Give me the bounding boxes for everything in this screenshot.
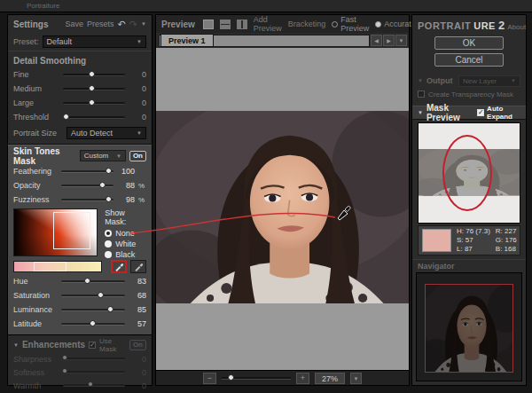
warmth-slider-row: Warmth 0 [8, 379, 152, 392]
split-vertical-view-icon[interactable] [237, 20, 247, 29]
mask-preview-header: ▼ Mask Preview Auto Expand [412, 106, 526, 120]
latitude-slider[interactable] [61, 323, 125, 326]
medium-slider[interactable] [63, 88, 125, 90]
fuzziness-slider-handle[interactable] [106, 196, 112, 202]
radio-icon[interactable] [105, 240, 112, 248]
preview-image[interactable] [156, 111, 409, 303]
zoom-slider[interactable] [222, 377, 291, 380]
threshold-slider-handle[interactable] [63, 114, 69, 120]
transparency-row[interactable]: Create Transparency Mask [412, 88, 526, 100]
about-link[interactable]: About [507, 23, 526, 31]
ok-button[interactable]: OK [434, 36, 504, 50]
auto-expand-checkbox[interactable] [477, 109, 484, 116]
preset-select[interactable]: Default ▼ [43, 35, 146, 48]
large-slider[interactable] [63, 102, 125, 105]
warmth-slider[interactable] [63, 384, 125, 387]
fine-slider-handle[interactable] [89, 71, 95, 77]
gradient-selection-rect[interactable] [53, 212, 90, 249]
undo-icon[interactable]: ↶ [118, 19, 126, 30]
enhancements-on-button[interactable]: On [129, 340, 146, 350]
collapse-icon[interactable]: ▼ [418, 110, 423, 115]
zoom-slider-handle[interactable] [228, 374, 234, 381]
radio-icon[interactable] [332, 21, 338, 28]
sharpness-slider[interactable] [63, 358, 125, 360]
hue-slider[interactable] [61, 280, 125, 283]
presets-button[interactable]: Presets [87, 20, 114, 28]
bracketing-button[interactable]: Bracketing [288, 20, 326, 28]
accurate-option[interactable]: Accurate [375, 20, 416, 28]
single-view-icon[interactable] [203, 20, 214, 29]
use-mask-checkbox[interactable] [89, 342, 96, 349]
saturation-label: Saturation [13, 291, 58, 300]
brand-logo: PORTRAIT [418, 20, 471, 31]
show-mask-option-black[interactable]: Black [105, 250, 146, 259]
fuzziness-slider[interactable] [61, 199, 113, 201]
auto-expand-option[interactable]: Auto Expand [477, 105, 520, 121]
collapse-icon[interactable]: ▼ [418, 78, 423, 83]
feathering-slider-handle[interactable] [106, 168, 112, 174]
add-preview-button[interactable]: Add Preview [254, 15, 282, 33]
saturation-slider-handle[interactable] [98, 292, 104, 298]
sharpness-slider-handle[interactable] [62, 355, 67, 360]
radio-icon[interactable] [375, 21, 381, 28]
feathering-label: Feathering [13, 167, 58, 176]
preview-canvas[interactable] [156, 48, 409, 370]
panel-menu-icon[interactable]: ▼ [141, 21, 146, 27]
collapse-icon[interactable]: ▼ [13, 342, 19, 348]
skin-mask-on-button[interactable]: On [129, 151, 146, 161]
navigator-thumbnail[interactable] [425, 284, 513, 373]
tab-preview-1[interactable]: Preview 1 [160, 34, 214, 47]
hue-slider-handle[interactable] [84, 278, 90, 284]
opacity-slider-row: Opacity 88 % [8, 178, 152, 193]
color-info-strip: H: 76 (7.3) S: 57 L: 87 R: 227 G: 176 B:… [418, 225, 520, 255]
large-slider-handle[interactable] [89, 99, 95, 106]
tab-prev-button[interactable]: ◀ [371, 35, 382, 46]
redo-icon[interactable]: ↷ [129, 19, 137, 30]
softness-slider[interactable] [63, 371, 125, 373]
output-select[interactable]: New Layer ▼ [458, 75, 520, 87]
skin-tone-gradient-bar[interactable] [13, 261, 102, 272]
medium-slider-handle[interactable] [89, 85, 95, 91]
brand-row: PORTRAITURE 2 About Help [412, 15, 526, 35]
luminance-slider[interactable] [61, 309, 125, 311]
softness-value: 0 [129, 368, 146, 377]
fine-slider[interactable] [63, 74, 125, 76]
show-mask-option-none[interactable]: None [105, 229, 146, 238]
opacity-slider[interactable] [61, 185, 113, 187]
saturation-slider[interactable] [61, 295, 125, 297]
large-label: Large [13, 98, 59, 107]
navigator-box[interactable] [416, 272, 522, 381]
eyedropper-add-button[interactable] [111, 260, 127, 273]
latitude-slider-handle[interactable] [90, 320, 96, 326]
cancel-button[interactable]: Cancel [434, 53, 504, 67]
transparency-checkbox[interactable] [418, 90, 425, 98]
zoom-menu-button[interactable]: ▼ [350, 373, 362, 384]
eyedropper-subtract-button[interactable] [130, 260, 146, 273]
split-horizontal-view-icon[interactable] [220, 20, 231, 29]
radio-icon[interactable] [105, 251, 112, 258]
skin-color-gradient[interactable] [13, 208, 98, 256]
mask-preview-box[interactable] [418, 122, 520, 224]
zoom-in-button[interactable]: + [296, 373, 309, 384]
softness-slider-handle[interactable] [62, 368, 67, 373]
latitude-label: Latitude [13, 319, 58, 328]
zoom-out-button[interactable]: − [203, 373, 216, 384]
luminance-slider-handle[interactable] [107, 306, 113, 312]
opacity-slider-handle[interactable] [99, 182, 106, 188]
feathering-slider[interactable] [61, 170, 113, 173]
show-mask-option-white[interactable]: White [105, 240, 146, 248]
chevron-down-icon: ▼ [137, 130, 142, 136]
fast-preview-option[interactable]: Fast Preview [332, 15, 369, 33]
radio-icon[interactable] [105, 230, 112, 237]
warmth-slider-handle[interactable] [88, 381, 93, 387]
chevron-down-icon: ▼ [116, 153, 121, 159]
portrait-size-select[interactable]: Auto Detect ▼ [66, 127, 146, 139]
blue-readout: B: 168 [496, 245, 517, 254]
tab-menu-button[interactable]: ▼ [395, 35, 407, 46]
zoom-level-value[interactable]: 27% [315, 373, 345, 384]
tab-next-button[interactable]: ▶ [383, 35, 395, 46]
save-button[interactable]: Save [66, 20, 84, 28]
skin-mask-preset-select[interactable]: Custom ▼ [80, 150, 126, 161]
title-bar[interactable]: Portraiture [0, 0, 532, 12]
threshold-slider[interactable] [63, 116, 125, 119]
